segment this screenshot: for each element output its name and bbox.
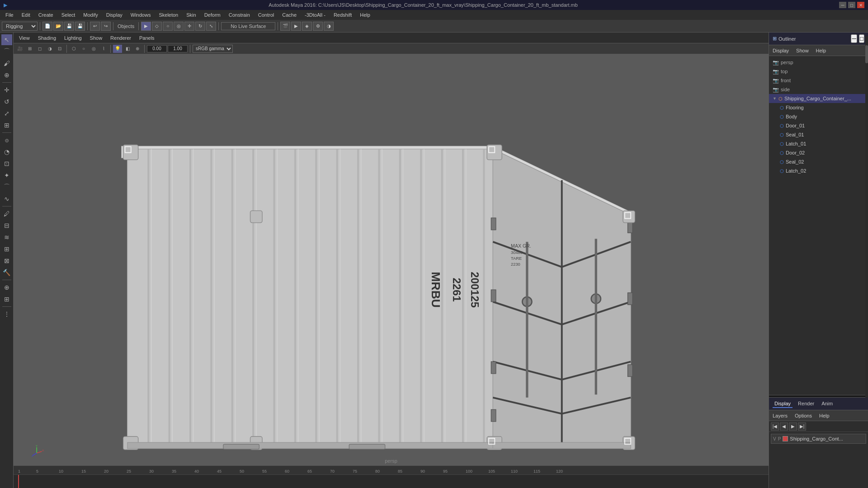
vp-shade-btn[interactable]: ◑ [45,45,54,53]
menu-file[interactable]: File [2,11,17,19]
bend-btn[interactable]: ⌒ [1,182,12,192]
menu-modify[interactable]: Modify [80,11,101,19]
close-button[interactable]: ✕ [857,2,864,8]
vp-wire-btn[interactable]: ⊡ [55,45,64,53]
sine-btn[interactable]: ∿ [1,193,12,204]
layer-nav-first[interactable]: |◀ [771,422,779,431]
outliner-tab-show[interactable]: Show [794,47,811,54]
maximize-button[interactable]: □ [848,2,855,8]
outliner-item-latch02[interactable]: ⬡ Latch_02 [769,166,868,175]
menu-windows[interactable]: Windows [127,11,155,19]
layer-tab-display[interactable]: Display [773,400,793,408]
outliner-item-top[interactable]: 📷 top [769,67,868,76]
outliner-minimize-btn[interactable]: ─ [851,34,857,43]
layer-opts-layers[interactable]: Layers [771,412,789,419]
display-options-btn[interactable]: ⊕ [1,282,12,293]
outliner-item-seal01[interactable]: ⬡ Seal_01 [769,130,868,139]
vp-shadow-btn[interactable]: ◧ [123,45,132,53]
menu-skeleton[interactable]: Skeleton [155,11,182,19]
scale-tool-btn[interactable]: ⤢ [1,108,12,119]
menu-edit[interactable]: Edit [18,11,34,19]
outliner-tab-display[interactable]: Display [771,47,791,54]
vp-menu-view[interactable]: View [15,34,33,42]
menu-deform[interactable]: Deform [201,11,224,19]
paint-weights-btn[interactable]: 🖊 [1,208,12,219]
rotate-tool-btn[interactable]: ↺ [1,96,12,107]
vp-field-input1[interactable] [147,45,167,52]
minimize-button[interactable]: ─ [839,2,846,8]
vp-field-input2[interactable] [168,45,188,52]
mode-select[interactable]: Rigging Animation Modeling [2,22,38,31]
menu-cache[interactable]: Cache [278,11,300,19]
layer-nav-prev[interactable]: ◀ [780,422,788,431]
move-btn[interactable]: ✛ [184,22,194,31]
move-tool-btn[interactable]: ✛ [1,84,12,95]
hypershade-btn[interactable]: ◑ [324,22,334,31]
lasso-tool-btn[interactable]: ⌒ [1,46,12,57]
cluster-btn[interactable]: ✦ [1,170,12,181]
vp-nurbs-btn[interactable]: ⌇ [99,45,108,53]
menu-skin[interactable]: Skin [183,11,199,19]
vp-smooth-btn[interactable]: ○ [79,45,88,53]
transform-tool-btn[interactable]: ⊞ [1,120,12,131]
timeline-ruler[interactable]: 1 5 10 15 20 25 30 35 40 45 50 55 60 65 … [14,466,769,475]
render-settings-btn[interactable]: ⚙ [313,22,323,31]
layer-tab-render[interactable]: Render [796,400,816,408]
mirror-weights-btn[interactable]: ⊟ [1,220,12,231]
layer-tab-anim[interactable]: Anim [820,400,835,408]
outliner-item-body[interactable]: ⬡ Body [769,112,868,121]
lattice-btn[interactable]: ⊡ [1,158,12,169]
rotate-btn[interactable]: ↻ [195,22,205,31]
ipr-btn[interactable]: ◈ [302,22,312,31]
smooth-weights-btn[interactable]: ≋ [1,232,12,243]
vp-grid-btn[interactable]: ⊞ [25,45,34,53]
render-seq-btn[interactable]: 🎬 [280,22,290,31]
menu-constrain[interactable]: Constrain [225,11,254,19]
snap-to-surface-btn[interactable]: ⋮ [1,309,12,319]
outliner-item-side[interactable]: 📷 side [769,85,868,94]
soft-mod-btn[interactable]: ◔ [1,146,12,157]
menu-3dtoall[interactable]: -3DtoAll - [301,11,329,19]
open-btn[interactable]: 📂 [53,22,63,31]
layer-opts-options[interactable]: Options [793,412,814,419]
undo-btn[interactable]: ↩ [90,22,100,31]
vp-menu-show[interactable]: Show [86,34,106,42]
prune-weights-btn[interactable]: ⊠ [1,255,12,266]
layer-opts-help[interactable]: Help [817,412,831,419]
timeline-playhead[interactable] [18,475,19,488]
outliner-item-latch01[interactable]: ⬡ Latch_01 [769,139,868,148]
vp-subd-btn[interactable]: ◎ [89,45,98,53]
layer-name[interactable]: Shipping_Cargo_Cont... [790,436,864,441]
new-scene-btn[interactable]: 📄 [42,22,52,31]
outliner-maximize-btn[interactable]: □ [859,34,864,43]
weight-hammer-btn[interactable]: 🔨 [1,267,12,278]
lasso-btn[interactable]: ◇ [152,22,162,31]
outliner-scrollbar[interactable] [865,36,868,398]
render-btn[interactable]: ▶ [291,22,301,31]
outliner-item-door01[interactable]: ⬡ Door_01 [769,121,868,130]
menu-select[interactable]: Select [58,11,79,19]
outliner-tab-help[interactable]: Help [814,47,828,54]
menu-control[interactable]: Control [255,11,278,19]
vp-light-btn[interactable]: 💡 [113,45,122,53]
vp-display-btn[interactable]: ◻ [35,45,44,53]
vp-poly-btn[interactable]: ⬡ [69,45,78,53]
vp-camera-btn[interactable]: 🎥 [15,45,24,53]
paint-btn[interactable]: ◎ [174,22,184,31]
outliner-item-shipping-container[interactable]: ▼ ⬡ Shipping_Cargo_Container_... [769,94,868,103]
outliner-item-door02[interactable]: ⬡ Door_02 [769,148,868,157]
vp-menu-renderer[interactable]: Renderer [107,34,135,42]
vp-menu-panels[interactable]: Panels [136,34,158,42]
menu-redshift[interactable]: Redshift [330,11,355,19]
layer-nav-last[interactable]: ▶| [798,422,806,431]
vp-ao-btn[interactable]: ⊕ [133,45,142,53]
timeline-track[interactable] [14,475,769,488]
save-btn[interactable]: 💾 [64,22,74,31]
outliner-item-front[interactable]: 📷 front [769,76,868,85]
save-as-btn[interactable]: 💾 [75,22,85,31]
brush-btn[interactable]: ○ [163,22,173,31]
layer-color-box[interactable] [783,436,788,441]
sculpt-btn[interactable]: ⌾ [1,135,12,145]
set-weights-btn[interactable]: ⊞ [1,244,12,254]
select-btn[interactable]: ▶ [141,22,151,31]
